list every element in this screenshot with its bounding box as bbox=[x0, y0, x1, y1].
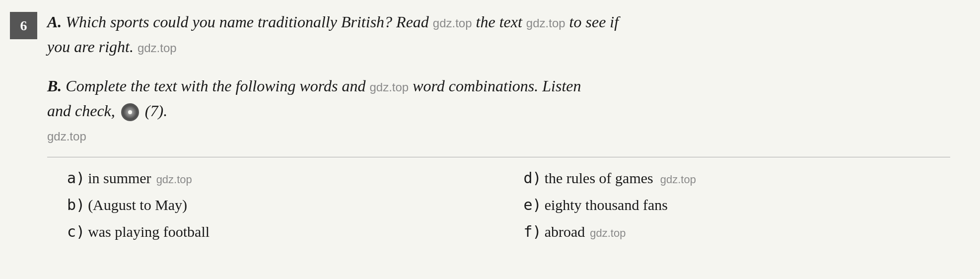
page-container: 6 A. Which sports could you name traditi… bbox=[0, 0, 980, 279]
option-b-text: (August to May) bbox=[88, 193, 187, 217]
option-e: e) eighty thousand fans bbox=[524, 193, 951, 217]
part-a-text-cont: the text bbox=[472, 13, 526, 31]
option-c-letter: c) bbox=[67, 220, 85, 244]
option-c: c) was playing football bbox=[67, 220, 494, 244]
part-a-text-end: to see if bbox=[565, 13, 619, 31]
section-number: 6 bbox=[10, 12, 37, 39]
option-b: b) (August to May) bbox=[67, 193, 494, 217]
watermark-2: gdz.top bbox=[526, 16, 565, 30]
watermark-b1: gdz.top bbox=[369, 80, 409, 94]
option-d: d) the rules of games gdz.top bbox=[524, 166, 951, 190]
watermark-opt-a: gdz.top bbox=[156, 171, 192, 188]
part-b-cd-label: (7). bbox=[145, 102, 167, 120]
part-b-line2: and check, bbox=[47, 102, 119, 120]
section-a-content: A. Which sports could you name tradition… bbox=[47, 10, 950, 59]
section-divider bbox=[47, 157, 950, 157]
watermark-b2: gdz.top bbox=[47, 130, 86, 143]
section-b: B. Complete the text with the following … bbox=[47, 74, 950, 244]
watermark-3: gdz.top bbox=[138, 41, 177, 55]
option-e-letter: e) bbox=[524, 193, 542, 217]
part-b-label: B. bbox=[47, 77, 62, 95]
part-a-text-line1: Which sports could you name traditionall… bbox=[66, 13, 432, 31]
watermark-1: gdz.top bbox=[433, 16, 472, 30]
section-b-header: B. Complete the text with the following … bbox=[47, 74, 950, 148]
option-a-letter: a) bbox=[67, 166, 85, 190]
watermark-opt-f: gdz.top bbox=[590, 224, 626, 242]
section-6: 6 A. Which sports could you name traditi… bbox=[10, 10, 950, 59]
option-b-letter: b) bbox=[67, 193, 85, 217]
option-d-letter: d) bbox=[524, 166, 542, 190]
option-c-text: was playing football bbox=[88, 220, 210, 244]
option-f-letter: f) bbox=[524, 220, 542, 244]
option-f: f) abroadgdz.top bbox=[524, 220, 951, 244]
part-a-text-line2: you are right. bbox=[47, 38, 138, 56]
part-b-text-cont: word combinations. Listen bbox=[409, 77, 581, 95]
option-a-text: in summer bbox=[88, 166, 151, 190]
part-a-label: A. bbox=[47, 13, 62, 31]
option-f-text: abroad bbox=[545, 220, 585, 244]
option-a: a) in summergdz.top bbox=[67, 166, 494, 190]
watermark-opt-d: gdz.top bbox=[660, 171, 696, 188]
part-b-text: Complete the text with the following wor… bbox=[66, 77, 369, 95]
option-d-text: the rules of games bbox=[545, 166, 653, 190]
options-grid: a) in summergdz.top d) the rules of game… bbox=[67, 166, 950, 244]
option-e-text: eighty thousand fans bbox=[545, 193, 668, 217]
cd-icon bbox=[121, 103, 139, 121]
